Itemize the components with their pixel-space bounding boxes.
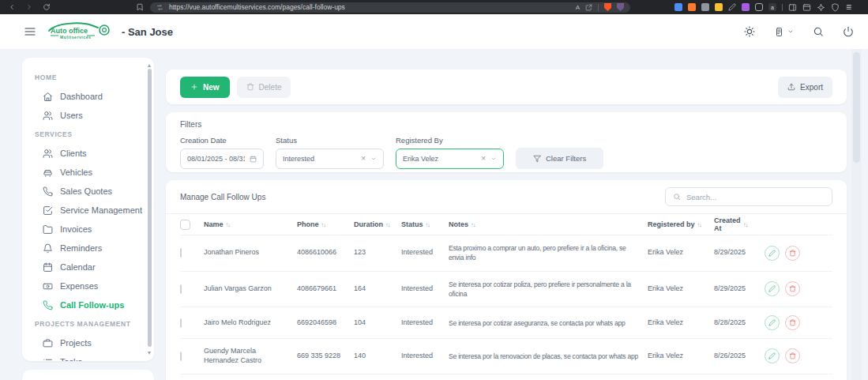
back-icon[interactable] [8,3,16,11]
reload-icon[interactable] [43,3,51,11]
chevron-down-icon[interactable] [490,156,497,162]
edit-button[interactable] [765,246,780,261]
new-button[interactable]: New [180,77,230,98]
site-info-icon[interactable] [156,4,163,11]
cell-name: Jonathan Pineros [204,248,297,258]
clear-filters-button[interactable]: Clear Filters [516,148,603,169]
edit-button[interactable] [765,315,780,330]
clear-value-icon[interactable]: × [481,155,486,163]
extension-icon[interactable] [755,3,763,11]
cell-created-at: 8/29/2025 [714,248,760,258]
row-checkbox[interactable] [180,318,182,328]
column-header-duration[interactable]: Duration↑↓ [354,220,401,228]
extension-icon[interactable]: a [768,3,776,11]
sort-icon: ↑↓ [743,221,748,228]
delete-button[interactable] [785,315,800,330]
brand-logo[interactable]: Auto office Multiservices - San Jose [46,21,173,43]
sidebar-item-label: Calendar [60,262,96,272]
pencil-extension-icon[interactable] [728,3,736,11]
registered-by-select[interactable]: Erika Velez × [396,149,504,169]
delete-button[interactable] [785,246,800,261]
users-icon [43,149,53,159]
sidebar-item-vehicles[interactable]: Vehicles [22,163,154,182]
column-header-registered-by[interactable]: Registered by↑↓ [648,220,714,228]
registered-by-label: Registered By [396,136,504,145]
chevron-down-icon[interactable] [370,156,377,162]
extension-icon[interactable] [715,3,723,11]
bookmark-icon[interactable] [136,3,144,11]
table-search[interactable] [665,187,832,206]
registered-by-value: Erika Velez [403,155,476,163]
sidebar-item-calendar[interactable]: Calendar [22,258,154,277]
select-all-checkbox[interactable] [180,220,190,230]
edit-button[interactable] [765,281,780,296]
phone-icon [43,186,53,197]
url-bar[interactable]: https://vue.autofficemultiservices.com/p… [150,2,630,13]
sidebar-item-clients[interactable]: Clients [22,144,154,163]
toolbar-card: New Delete Export [166,70,847,104]
clear-value-icon[interactable]: × [361,155,366,163]
extension-icon[interactable] [674,3,682,11]
sidebar-item-dashboard[interactable]: Dashboard [22,87,154,106]
tab-group-icon[interactable] [802,3,811,12]
url-text[interactable]: https://vue.autofficemultiservices.com/p… [169,3,570,11]
cell-created-at: 8/26/2025 [714,352,760,361]
column-header-notes[interactable]: Notes↑↓ [449,220,648,228]
sidebar-item-projects[interactable]: Projects [22,333,154,352]
cell-phone: 4086679661 [297,284,354,294]
creation-date-input[interactable]: 08/01/2025 - 08/31/202 [180,149,264,169]
export-button[interactable]: Export [778,77,832,98]
sidebar-item-tasks[interactable]: Tasks [22,352,154,361]
translate-icon[interactable]: A [576,4,580,11]
scrollbar-thumb[interactable] [853,52,860,163]
power-logout-icon[interactable] [843,26,854,37]
row-checkbox[interactable] [180,352,182,361]
check-square-icon [43,205,53,216]
scrollbar-thumb[interactable] [148,69,152,347]
share-icon[interactable] [585,4,592,11]
sidebar-item-users[interactable]: Users [22,106,154,125]
trash-icon [246,83,254,91]
rewards-diamond-icon[interactable] [817,3,825,12]
column-header-created-at[interactable]: Created At↑↓ [714,216,760,232]
theme-toggle-icon[interactable] [744,26,755,37]
sidebar-item-call-follow-ups[interactable]: Call Follow-ups [22,295,154,314]
extension-icon[interactable] [701,3,709,11]
sidebar-item-invoices[interactable]: Invoices [22,220,154,239]
column-header-name[interactable]: Name↑↓ [204,220,297,228]
search-input[interactable] [686,193,825,201]
status-select[interactable]: Interested × [276,149,384,169]
column-header-status[interactable]: Status↑↓ [401,220,449,228]
edit-button[interactable] [765,348,780,363]
sidebar-item-service-management[interactable]: Service Management [22,201,154,220]
brave-shield-icon[interactable] [604,3,611,11]
row-checkbox[interactable] [180,248,182,258]
row-checkbox[interactable] [180,284,182,294]
search-icon[interactable] [813,26,824,37]
sidebar-toggle-icon[interactable] [788,3,797,12]
delete-button[interactable]: Delete [237,77,291,98]
scroll-up-arrow[interactable] [148,64,151,67]
home-icon [43,92,53,102]
column-header-phone[interactable]: Phone↑↓ [297,220,354,228]
language-selector[interactable] [774,27,794,37]
hamburger-menu-icon[interactable] [24,25,36,38]
browser-menu-icon[interactable]: ≡ [846,2,851,13]
delete-button[interactable] [785,348,800,363]
sidebar-item-expenses[interactable]: Expenses [22,277,154,295]
cell-name: Jairo Melo Rodriguez [204,318,297,328]
sidebar-scrollbar[interactable] [148,64,152,355]
sidebar-secondary-card [22,370,154,380]
adblock-extension-icon[interactable] [617,3,624,11]
extension-icon[interactable] [688,3,696,11]
forward-icon[interactable] [25,3,33,11]
sidebar-item-sales-quotes[interactable]: Sales Quotes [22,182,154,201]
delete-button[interactable] [785,281,800,296]
extension-icon[interactable] [742,3,750,11]
plus-icon [190,83,198,91]
sidebar-item-reminders[interactable]: Reminders [22,239,154,258]
page-scrollbar[interactable] [851,49,862,380]
shield-settings-icon[interactable] [831,3,840,12]
trash-icon [789,250,796,257]
scroll-down-arrow[interactable] [148,352,151,355]
